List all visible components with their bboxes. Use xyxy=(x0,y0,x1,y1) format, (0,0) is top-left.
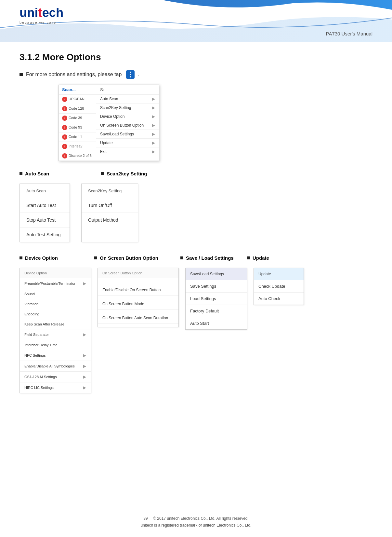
dropdown-code39: iCode 39 xyxy=(59,113,96,123)
device-item-hirc[interactable]: HIRC LIC Settings ▶ xyxy=(20,382,91,393)
onscreen-item-duration[interactable]: On Screen Button Auto Scan Duration xyxy=(98,313,178,324)
header-title: PA730 User's Manual xyxy=(326,31,373,36)
autoscan-panel-title: Auto Scan xyxy=(20,184,70,198)
dropdown-item-update[interactable]: Update▶ xyxy=(96,139,159,147)
device-option-label-col: Device Option xyxy=(20,255,94,265)
device-item-sound[interactable]: Sound xyxy=(20,289,91,299)
onscreen-label-col: On Screen Button Option xyxy=(94,255,180,265)
intro-text: For more options and settings, please ta… xyxy=(26,72,122,77)
update-label: Update xyxy=(247,255,299,261)
onscreen-label: On Screen Button Option xyxy=(94,255,180,261)
saveload-item-autostart[interactable]: Auto Start xyxy=(186,317,247,329)
footer-copyright: © 2017 unitech Electronics Co., Ltd. All… xyxy=(153,516,249,521)
saveload-label-col: Save / Load Settings xyxy=(180,255,247,265)
saveload-item-save[interactable]: Save Settings xyxy=(186,280,247,293)
saveload-panel-title: Save/Load Settings xyxy=(186,268,247,280)
saveload-panel: Save/Load Settings Save Settings Load Se… xyxy=(185,268,247,330)
onscreen-panel: On Screen Button Option Enable/Disable O… xyxy=(98,268,179,327)
section-title: 3.1.2 More Options xyxy=(20,52,372,62)
saveload-item-factory[interactable]: Factory Default xyxy=(186,305,247,317)
dropdown-scan-header: Scan... xyxy=(59,85,96,94)
device-option-panel: Device Option Preamble/Postamble/Termina… xyxy=(20,268,91,393)
autoscan-panel: Auto Scan Start Auto Test Stop Auto Test… xyxy=(20,184,70,242)
dropdown-upc: iUPC/EAN xyxy=(59,94,96,104)
autoscan-item-startest[interactable]: Start Auto Test xyxy=(20,198,70,213)
autoscan-label: Auto Scan xyxy=(20,171,49,176)
dropdown-code93: iCode 93 xyxy=(59,123,96,132)
footer-page-num: 39 xyxy=(143,516,148,521)
scan2key-label: Scan2key Setting xyxy=(101,171,147,176)
footer-trademark: unitech is a registered trademark of uni… xyxy=(141,523,252,528)
update-item-check[interactable]: Check Update xyxy=(254,280,304,293)
bullet-icon xyxy=(20,73,23,76)
main-content: 3.1.2 More Options For more options and … xyxy=(0,42,392,413)
update-panel: Update Check Update Auto Check xyxy=(254,268,304,305)
device-item-nfc[interactable]: NFC Settings ▶ xyxy=(20,350,91,361)
device-item-vibration[interactable]: Vibration xyxy=(20,299,91,309)
autoscan-item-stoptest[interactable]: Stop Auto Test xyxy=(20,213,70,227)
header: unitech because we care PA730 User's Man… xyxy=(0,0,392,42)
onscreen-item-mode[interactable]: On Screen Button Mode xyxy=(98,299,178,310)
device-option-label: Device Option xyxy=(20,255,94,261)
logo: unitech because we care xyxy=(20,6,63,24)
device-item-interchar[interactable]: Interchar Delay Time xyxy=(20,340,91,350)
device-item-encoding[interactable]: Encoding xyxy=(20,309,91,319)
device-option-panel-title: Device Option xyxy=(20,268,91,278)
update-item-autocheck[interactable]: Auto Check xyxy=(254,293,304,305)
intro-bullet: For more options and settings, please ta… xyxy=(20,70,372,79)
bottom-section: Device Option On Screen Button Option Sa… xyxy=(20,255,372,393)
footer: 39 © 2017 unitech Electronics Co., Ltd. … xyxy=(0,515,392,529)
device-item-symbologies[interactable]: Enable/Disable All Symbologies ▶ xyxy=(20,361,91,372)
scan2key-item-output[interactable]: Output Method xyxy=(82,213,138,227)
saveload-label: Save / Load Settings xyxy=(180,255,247,261)
autoscan-item-testsetting[interactable]: Auto Test Setting xyxy=(20,227,70,242)
onscreen-panel-title: On Screen Button Option xyxy=(98,268,178,278)
saveload-item-load[interactable]: Load Settings xyxy=(186,293,247,305)
dropdown-code11: iCode 11 xyxy=(59,132,96,142)
period: . xyxy=(138,72,139,77)
dropdown-s-label: S: xyxy=(96,85,159,95)
dropdown-item-exit[interactable]: Exit▶ xyxy=(96,147,159,156)
onscreen-item-enable[interactable]: Enable/Disable On Screen Button xyxy=(98,285,178,296)
scan2key-panel: Scan2Key Setting Turn On/Off Output Meth… xyxy=(81,184,138,242)
device-item-field-sep[interactable]: Field Separator ▶ xyxy=(20,329,91,340)
scan2key-item-onoff[interactable]: Turn On/Off xyxy=(82,198,138,213)
autoscan-scan2key-row: Auto Scan Scan2key Setting Auto Scan Sta… xyxy=(20,171,372,242)
dropdown-item-device[interactable]: Device Option▶ xyxy=(96,112,159,121)
device-item-gs1[interactable]: GS1-128 AI Settings ▶ xyxy=(20,372,91,382)
dropdown-interleav: iInterleav xyxy=(59,142,96,151)
dropdown-illustration: Scan... iUPC/EAN iCode 128 iCode 39 iCod… xyxy=(59,85,372,161)
dropdown-item-saveload[interactable]: Save/Load Settings▶ xyxy=(96,130,159,139)
dropdown-menu: Scan... iUPC/EAN iCode 128 iCode 39 iCod… xyxy=(59,85,159,161)
logo-tagline: because we care xyxy=(20,21,63,24)
more-options-icon[interactable] xyxy=(126,70,135,79)
dropdown-discrete: iDiscrete 2 of 5 xyxy=(59,151,96,160)
update-panel-title: Update xyxy=(254,268,304,280)
scan2key-panel-title: Scan2Key Setting xyxy=(82,184,138,198)
dropdown-code128: iCode 128 xyxy=(59,104,96,113)
device-item-keepscan[interactable]: Keep Scan After Release xyxy=(20,319,91,329)
device-item-preamble[interactable]: Preamble/Postamble/Terminator ▶ xyxy=(20,278,91,289)
update-label-col: Update xyxy=(247,255,299,265)
dropdown-item-onscreen[interactable]: On Screen Button Option▶ xyxy=(96,121,159,130)
dropdown-item-scan2key[interactable]: Scan2Key Setting▶ xyxy=(96,103,159,112)
dropdown-item-autoscan[interactable]: Auto Scan▶ xyxy=(96,95,159,103)
